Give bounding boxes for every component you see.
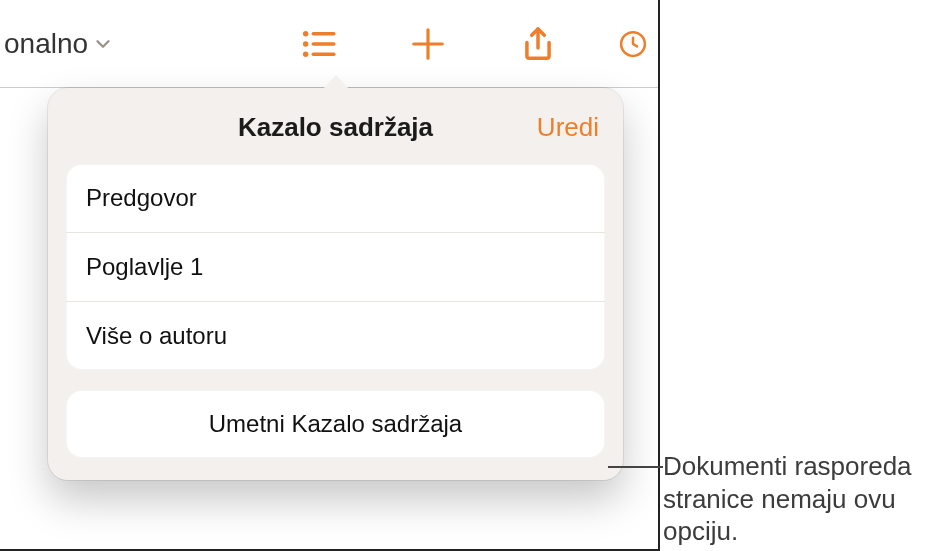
back-nav[interactable]: onalno bbox=[0, 28, 114, 60]
svg-point-2 bbox=[303, 51, 308, 56]
toc-list: Predgovor Poglavlje 1 Više o autoru bbox=[66, 164, 605, 370]
insert-toc-button[interactable]: Umetni Kazalo sadržaja bbox=[66, 390, 605, 458]
popover-title: Kazalo sadržaja bbox=[238, 112, 433, 143]
toc-item-label: Više o autoru bbox=[86, 322, 227, 349]
toolbar: onalno bbox=[0, 0, 658, 88]
svg-point-0 bbox=[303, 31, 308, 36]
toc-item[interactable]: Više o autoru bbox=[66, 301, 605, 370]
share-icon[interactable] bbox=[508, 14, 568, 74]
back-nav-label: onalno bbox=[4, 28, 88, 60]
toc-item-label: Poglavlje 1 bbox=[86, 253, 203, 280]
svg-point-1 bbox=[303, 41, 308, 46]
toc-bullets-icon[interactable] bbox=[288, 14, 348, 74]
toc-item[interactable]: Poglavlje 1 bbox=[66, 232, 605, 301]
edit-button[interactable]: Uredi bbox=[537, 112, 599, 143]
toolbar-icons bbox=[288, 0, 648, 87]
insert-toc-label: Umetni Kazalo sadržaja bbox=[209, 410, 462, 437]
add-icon[interactable] bbox=[398, 14, 458, 74]
callout-leader-line bbox=[608, 466, 663, 468]
toc-item-label: Predgovor bbox=[86, 184, 197, 211]
history-icon[interactable] bbox=[618, 14, 648, 74]
app-window: onalno bbox=[0, 0, 660, 551]
callout-text: Dokumenti rasporeda stranice nemaju ovu … bbox=[663, 450, 933, 548]
toc-item[interactable]: Predgovor bbox=[66, 164, 605, 232]
toc-popover: Kazalo sadržaja Uredi Predgovor Poglavlj… bbox=[48, 88, 623, 480]
chevron-down-icon bbox=[92, 33, 114, 55]
popover-header: Kazalo sadržaja Uredi bbox=[66, 104, 605, 150]
